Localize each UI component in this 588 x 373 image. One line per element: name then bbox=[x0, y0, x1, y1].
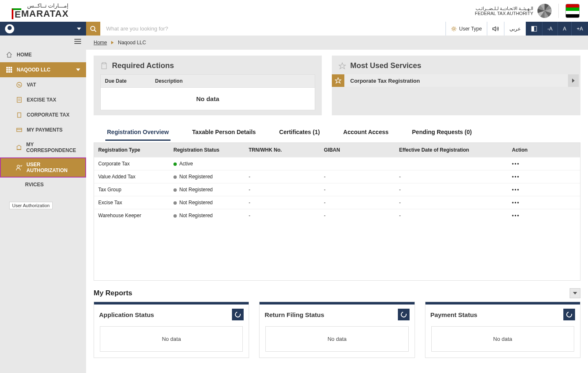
action-menu[interactable]: ••• bbox=[508, 170, 558, 183]
table-body-empty: No data bbox=[100, 88, 315, 110]
refresh-button[interactable] bbox=[563, 309, 575, 320]
breadcrumb-home[interactable]: Home bbox=[94, 40, 107, 46]
svg-rect-12 bbox=[8, 71, 10, 73]
contrast-button[interactable] bbox=[526, 22, 542, 36]
star-icon bbox=[339, 62, 346, 70]
breadcrumb: Home Naqood LLC bbox=[86, 36, 588, 50]
table-header: Due Date Description bbox=[100, 74, 315, 88]
sidebar-toggle[interactable] bbox=[0, 36, 86, 47]
svg-point-0 bbox=[91, 26, 95, 30]
font-increase-button[interactable]: +A bbox=[571, 22, 588, 36]
font-reset-button[interactable]: A bbox=[557, 22, 571, 36]
status-dot-icon bbox=[173, 214, 177, 218]
chevron-right-icon bbox=[111, 41, 114, 44]
hamburger-icon bbox=[74, 39, 81, 44]
tab-registration-overview[interactable]: Registration Overview bbox=[105, 124, 171, 141]
report-card-return: Return Filing Status No data bbox=[259, 302, 415, 358]
table-row: Corporate TaxActive••• bbox=[94, 157, 580, 170]
table-row: Excise TaxNot Registered---••• bbox=[94, 196, 580, 209]
sidebar-item-vat[interactable]: % VAT bbox=[0, 77, 86, 92]
language-button[interactable]: عربي bbox=[504, 22, 526, 36]
user-menu[interactable] bbox=[0, 22, 86, 36]
action-menu[interactable]: ••• bbox=[508, 209, 558, 222]
svg-rect-22 bbox=[17, 128, 22, 132]
uae-emblem-icon bbox=[565, 4, 580, 18]
svg-rect-26 bbox=[103, 62, 106, 63]
sound-button[interactable] bbox=[487, 22, 504, 36]
money-icon: % bbox=[16, 81, 23, 88]
svg-line-1 bbox=[94, 30, 96, 32]
service-arrow[interactable] bbox=[568, 74, 579, 87]
doc-icon bbox=[16, 96, 23, 103]
service-item[interactable]: Corporate Tax Registration bbox=[332, 74, 579, 87]
cell-trn: - bbox=[244, 196, 320, 209]
table-row: Tax GroupNot Registered---••• bbox=[94, 183, 580, 196]
tab-account-access[interactable]: Account Access bbox=[341, 124, 390, 141]
logo-english: EMARATAX bbox=[12, 8, 69, 19]
cell-status: Not Registered bbox=[169, 170, 244, 183]
refresh-button[interactable] bbox=[232, 309, 244, 320]
tab-pending-requests[interactable]: Pending Requests (0) bbox=[410, 124, 473, 141]
report-card-application: Application Status No data bbox=[94, 302, 249, 358]
report-body: No data bbox=[431, 326, 574, 352]
cell-giban: - bbox=[320, 183, 395, 196]
cell-eff bbox=[395, 157, 508, 170]
status-dot-icon bbox=[173, 175, 177, 179]
user-icon bbox=[5, 24, 14, 33]
sidebar-item-services[interactable]: RVICES bbox=[0, 178, 86, 192]
tab-certificates[interactable]: Certificates (1) bbox=[277, 124, 321, 141]
action-menu[interactable]: ••• bbox=[508, 157, 558, 170]
sidebar-item-correspondence[interactable]: MY CORRESPONDENCE bbox=[0, 137, 86, 157]
svg-rect-19 bbox=[18, 113, 21, 117]
svg-rect-9 bbox=[8, 69, 10, 71]
fta-logo-icon bbox=[537, 4, 552, 18]
cell-type: Tax Group bbox=[94, 183, 169, 196]
bank-icon bbox=[16, 144, 22, 151]
user-auth-icon bbox=[16, 164, 22, 171]
sidebar-item-user-auth[interactable]: USER AUTHORIZATION bbox=[0, 157, 86, 178]
building-icon bbox=[16, 112, 23, 118]
cell-eff: - bbox=[395, 209, 508, 222]
table-spacer bbox=[94, 222, 580, 280]
chevron-down-icon bbox=[76, 69, 80, 71]
collapse-button[interactable] bbox=[570, 288, 580, 298]
sidebar-item-home[interactable]: HOME bbox=[0, 47, 86, 62]
cell-giban: - bbox=[320, 196, 395, 209]
cell-status: Active bbox=[169, 157, 244, 170]
sidebar-item-excise[interactable]: EXCISE TAX bbox=[0, 92, 86, 107]
cell-trn: - bbox=[244, 183, 320, 196]
tab-taxable-person[interactable]: Taxable Person Details bbox=[191, 124, 257, 141]
user-type-button[interactable]: User Type bbox=[445, 22, 487, 36]
cell-status: Not Registered bbox=[169, 196, 244, 209]
col-trn: TRN/WHK No. bbox=[244, 143, 320, 157]
svg-rect-10 bbox=[10, 69, 12, 71]
chevron-down-icon bbox=[77, 28, 81, 30]
col-reg-status: Registration Status bbox=[169, 143, 244, 157]
svg-rect-8 bbox=[6, 69, 8, 71]
svg-rect-11 bbox=[6, 71, 8, 73]
search-button[interactable] bbox=[86, 22, 100, 36]
action-menu[interactable]: ••• bbox=[508, 183, 558, 196]
action-menu[interactable]: ••• bbox=[508, 196, 558, 209]
cell-type: Corporate Tax bbox=[94, 157, 169, 170]
sidebar-item-company[interactable]: NAQOOD LLC bbox=[0, 62, 86, 77]
refresh-button[interactable] bbox=[398, 309, 410, 320]
search-input[interactable] bbox=[100, 22, 445, 36]
cell-trn bbox=[244, 157, 320, 170]
sidebar-item-payments[interactable]: MY PAYMENTS bbox=[0, 122, 86, 137]
search-icon bbox=[90, 25, 97, 32]
svg-text:%: % bbox=[18, 83, 20, 87]
report-cards: Application Status No data Return Filing… bbox=[94, 302, 580, 358]
report-body: No data bbox=[265, 326, 408, 352]
cell-trn: - bbox=[244, 170, 320, 183]
home-icon bbox=[6, 51, 13, 58]
font-decrease-button[interactable]: -A bbox=[542, 22, 557, 36]
cell-status: Not Registered bbox=[169, 209, 244, 222]
chevron-right-icon bbox=[572, 79, 575, 83]
sidebar-item-corporate[interactable]: CORPORATE TAX bbox=[0, 107, 86, 122]
logo-e-icon: E bbox=[12, 8, 21, 19]
divider-icon bbox=[558, 4, 559, 18]
status-dot-icon bbox=[173, 162, 177, 166]
chevron-down-icon bbox=[573, 292, 577, 294]
col-reg-type: Registration Type bbox=[94, 143, 169, 157]
